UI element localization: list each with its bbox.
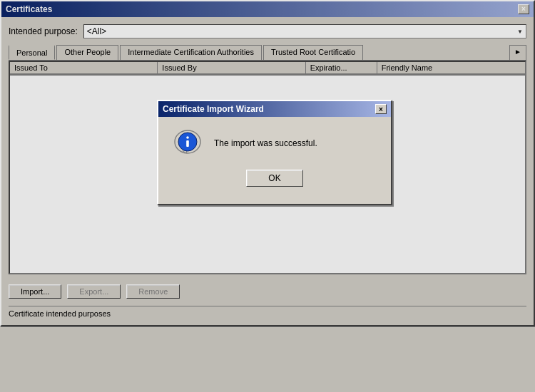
- certificate-import-wizard-dialog: Certificate Import Wizard × The import w…: [157, 100, 392, 205]
- dialog-body: The import was successful. OK: [158, 117, 391, 204]
- ok-button[interactable]: OK: [246, 170, 303, 187]
- modal-overlay: Certificate Import Wizard × The import w…: [0, 0, 535, 392]
- svg-point-3: [186, 136, 189, 139]
- dialog-close-button[interactable]: ×: [375, 104, 387, 114]
- svg-rect-4: [186, 140, 189, 147]
- dialog-buttons: OK: [173, 170, 377, 192]
- dialog-title: Certificate Import Wizard: [163, 104, 264, 114]
- dialog-title-bar: Certificate Import Wizard ×: [158, 101, 391, 117]
- info-icon: [173, 128, 203, 158]
- dialog-message: The import was successful.: [214, 138, 317, 148]
- dialog-content-row: The import was successful.: [173, 128, 377, 158]
